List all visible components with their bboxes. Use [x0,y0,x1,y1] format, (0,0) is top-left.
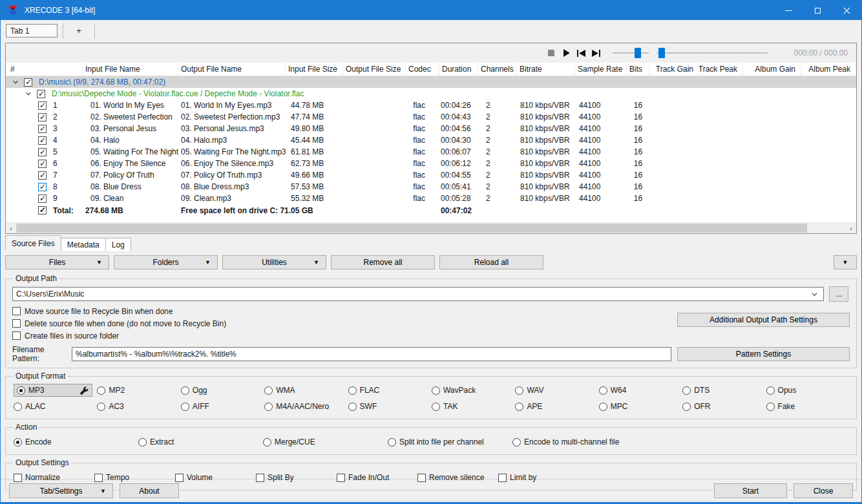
tab-1[interactable]: Tab 1 [6,24,58,37]
format-option-mpc[interactable]: MPC [599,400,682,413]
track-checkbox[interactable] [38,194,47,203]
checkbox-remove-silence[interactable] [417,474,426,482]
radio-tak[interactable] [432,403,440,411]
radio-mpc[interactable] [599,403,607,411]
radio-merge-cue[interactable] [263,438,271,446]
format-option-ofr[interactable]: OFR [682,400,766,413]
format-option-swf[interactable]: SWF [348,400,432,413]
tab-settings-button[interactable]: Tab/Settings▼ [9,483,113,498]
column-header-[interactable]: # [6,63,83,76]
radio-alac[interactable] [14,403,22,411]
radio-dts[interactable] [682,386,691,395]
filename-pattern-input[interactable]: %albumartist% - %album%\%track2%. %title… [72,347,671,361]
track-checkbox[interactable] [38,160,47,168]
track-checkbox[interactable] [38,148,47,156]
format-option-alac[interactable]: ALAC [14,400,97,413]
format-option-dts[interactable]: DTS [682,384,766,397]
column-header-bits[interactable]: Bits [627,63,649,76]
action-option-merge-cue[interactable]: Merge/CUE [263,436,388,448]
output-path-combobox[interactable]: C:\Users\Erix\Music [12,287,824,301]
close-dialog-button[interactable]: Close [794,483,853,498]
tab-source-files[interactable]: Source Files [5,235,61,251]
action-option-encode[interactable]: Encode [14,436,138,448]
track-row[interactable]: 606. Enjoy The Silence06. Enjoy The Sile… [6,158,856,169]
setting-option-limit-by[interactable]: Limit by [498,471,579,484]
format-option-tak[interactable]: TAK [432,400,515,413]
checkbox-create-files-in-source-folder[interactable] [12,331,21,340]
utilities-button[interactable]: Utilities▼ [222,255,326,269]
column-header-sample-rate[interactable]: Sample Rate [575,63,627,76]
radio-encode[interactable] [14,438,22,446]
action-option-extract[interactable]: Extract [138,436,263,448]
radio-split-into-file-per-channel[interactable] [388,438,396,446]
track-row[interactable]: 202. Sweetest Perfection02. Sweetest Per… [6,111,856,123]
folder-group-row[interactable]: D:\music\ (9/9, 274.68 MB, 00:47:02) [6,76,856,88]
column-header-output-file-name[interactable]: Output File Name [178,63,286,76]
reload-all-button[interactable]: Reload all [439,255,543,269]
about-button[interactable]: About [120,483,179,498]
volume-slider-thumb[interactable] [635,48,641,58]
track-checkbox[interactable] [38,171,47,180]
format-option-m4a-aac-nero[interactable]: M4A/AAC/Nero [264,400,348,413]
column-header-album-gain[interactable]: Album Gain [743,63,801,76]
checkbox-delete-source-file-when-done-do-not-move-to-recycle-bin[interactable] [12,319,21,328]
radio-ape[interactable] [515,403,523,411]
start-button[interactable]: Start [714,483,787,498]
track-row[interactable]: 303. Personal Jesus03. Personal Jesus.mp… [6,123,856,134]
radio-wavpack[interactable] [432,386,440,395]
track-checkbox[interactable] [38,183,47,191]
checkbox-tempo[interactable] [94,474,103,482]
checkbox-move-source-file-to-recycle-bin-when-done[interactable] [12,307,21,315]
column-header-channels[interactable]: Channels [478,63,517,76]
radio-m4a-aac-nero[interactable] [264,403,273,411]
collapse-chevron-icon[interactable] [12,79,19,85]
scroll-left-arrow-icon[interactable]: ‹ [6,223,16,233]
more-actions-dropdown-button[interactable]: ▼ [834,255,857,269]
previous-track-button[interactable] [574,46,588,60]
radio-w64[interactable] [599,386,607,395]
album-group-checkbox[interactable] [37,90,45,98]
total-checkbox[interactable] [38,206,47,215]
format-option-ogg[interactable]: Ogg [181,384,264,397]
column-header-input-file-size[interactable]: Input File Size [286,63,343,76]
format-option-opus[interactable]: Opus [766,384,850,397]
tab-log[interactable]: Log [105,238,131,251]
format-option-wav[interactable]: WAV [515,384,598,397]
scroll-right-arrow-icon[interactable]: › [846,223,856,233]
chevron-down-icon[interactable] [811,291,818,300]
position-slider-thumb[interactable] [658,48,665,58]
column-header-bitrate[interactable]: Bitrate [517,63,575,76]
remove-all-button[interactable]: Remove all [331,255,435,269]
checkbox-normalize[interactable] [14,474,22,482]
play-button[interactable] [559,46,573,60]
setting-option-tempo[interactable]: Tempo [94,471,175,484]
option-create-files-in-source-folder[interactable]: Create files in source folder [12,330,850,342]
radio-aiff[interactable] [181,403,189,411]
radio-ogg[interactable] [181,386,189,395]
checkbox-limit-by[interactable] [498,474,507,482]
track-row[interactable]: 909. Clean09. Clean.mp355.32 MBflac00:05… [6,193,856,204]
action-option-encode-to-multi-channel-file[interactable]: Encode to multi-channel file [512,436,619,448]
radio-swf[interactable] [348,403,357,411]
column-header-album-peak[interactable]: Album Peak [801,63,856,76]
album-group-row[interactable]: D:\music\Depeche Mode - Violator.flac.cu… [6,88,856,100]
track-row[interactable]: 505. Waiting For The Night05. Waiting Fo… [6,146,856,158]
radio-wav[interactable] [515,386,523,395]
action-option-split-into-file-per-channel[interactable]: Split into file per channel [388,436,512,448]
position-slider[interactable] [657,47,768,59]
close-button[interactable] [832,1,861,20]
format-option-flac[interactable]: FLAC [348,384,432,397]
format-option-mp3[interactable]: MP3 [14,384,97,397]
selected-format-box[interactable]: MP3 [14,384,92,397]
column-header-output-file-size[interactable]: Output File Size [343,63,406,76]
track-checkbox[interactable] [38,101,47,110]
folder-group-checkbox[interactable] [24,78,32,87]
browse-button[interactable]: ... [829,286,848,302]
stop-button[interactable] [544,46,558,60]
setting-option-volume[interactable]: Volume [175,471,256,484]
track-checkbox[interactable] [38,113,47,121]
track-row[interactable]: 808. Blue Dress08. Blue Dress.mp357.53 M… [6,181,856,193]
format-option-ape[interactable]: APE [515,400,598,413]
column-header-codec[interactable]: Codec [406,63,439,76]
radio-encode-to-multi-channel-file[interactable] [512,438,521,446]
